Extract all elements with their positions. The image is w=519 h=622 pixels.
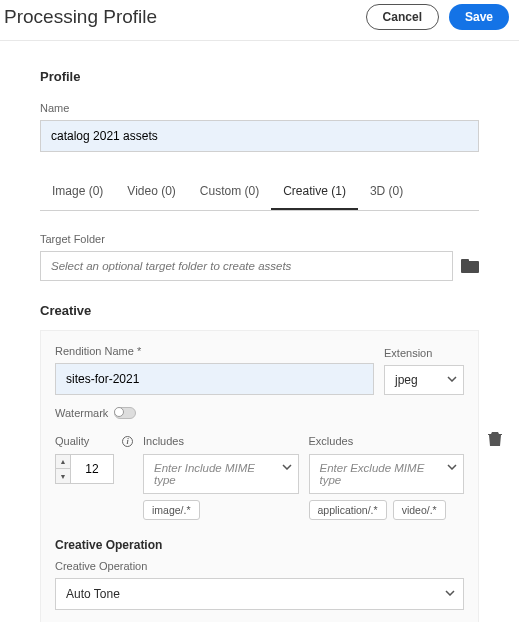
- tab-video[interactable]: Video (0): [115, 174, 187, 210]
- rendition-name-label: Rendition Name *: [55, 345, 374, 357]
- includes-label: Includes: [143, 435, 184, 447]
- excludes-placeholder: Enter Exclude MIME type: [320, 462, 425, 486]
- cancel-button[interactable]: Cancel: [366, 4, 439, 30]
- profile-name-input[interactable]: [40, 120, 479, 152]
- chevron-down-icon: [447, 464, 455, 472]
- chevron-down-icon: [447, 376, 455, 384]
- excludes-select[interactable]: Enter Exclude MIME type: [309, 454, 465, 494]
- creative-operation-label: Creative Operation: [55, 560, 464, 572]
- tab-custom[interactable]: Custom (0): [188, 174, 271, 210]
- tabs: Image (0) Video (0) Custom (0) Creative …: [40, 174, 479, 211]
- exclude-tag[interactable]: video/.*: [393, 500, 446, 520]
- include-tag[interactable]: image/.*: [143, 500, 200, 520]
- quality-input[interactable]: [70, 454, 114, 484]
- stepper-down-icon[interactable]: ▼: [56, 469, 70, 483]
- stepper-up-icon[interactable]: ▲: [56, 455, 70, 469]
- creative-operation-title: Creative Operation: [55, 538, 464, 552]
- extension-select[interactable]: jpeg: [384, 365, 464, 395]
- creative-section-title: Creative: [40, 303, 479, 318]
- watermark-toggle[interactable]: [114, 407, 136, 419]
- tab-creative[interactable]: Creative (1): [271, 174, 358, 210]
- name-label: Name: [40, 102, 479, 114]
- save-button[interactable]: Save: [449, 4, 509, 30]
- includes-select[interactable]: Enter Include MIME type: [143, 454, 299, 494]
- quality-label: Quality: [55, 435, 89, 447]
- watermark-label: Watermark: [55, 407, 108, 419]
- profile-section-title: Profile: [40, 69, 479, 84]
- creative-panel: Rendition Name * Extension jpeg Watermar…: [40, 330, 479, 622]
- extension-label: Extension: [384, 347, 464, 359]
- rendition-name-input[interactable]: [55, 363, 374, 395]
- creative-operation-value: Auto Tone: [66, 587, 120, 601]
- trash-icon[interactable]: [488, 431, 502, 447]
- folder-icon[interactable]: [461, 259, 479, 273]
- target-folder-label: Target Folder: [40, 233, 479, 245]
- includes-placeholder: Enter Include MIME type: [154, 462, 255, 486]
- tab-3d[interactable]: 3D (0): [358, 174, 415, 210]
- page-title: Processing Profile: [4, 6, 157, 28]
- quality-stepper[interactable]: ▲ ▼: [55, 454, 133, 484]
- creative-operation-select[interactable]: Auto Tone: [55, 578, 464, 610]
- chevron-down-icon: [445, 590, 453, 598]
- tab-image[interactable]: Image (0): [40, 174, 115, 210]
- chevron-down-icon: [282, 464, 290, 472]
- target-folder-input[interactable]: [40, 251, 453, 281]
- info-icon[interactable]: i: [122, 436, 133, 447]
- exclude-tag[interactable]: application/.*: [309, 500, 387, 520]
- excludes-label: Excludes: [309, 435, 354, 447]
- extension-value: jpeg: [395, 373, 418, 387]
